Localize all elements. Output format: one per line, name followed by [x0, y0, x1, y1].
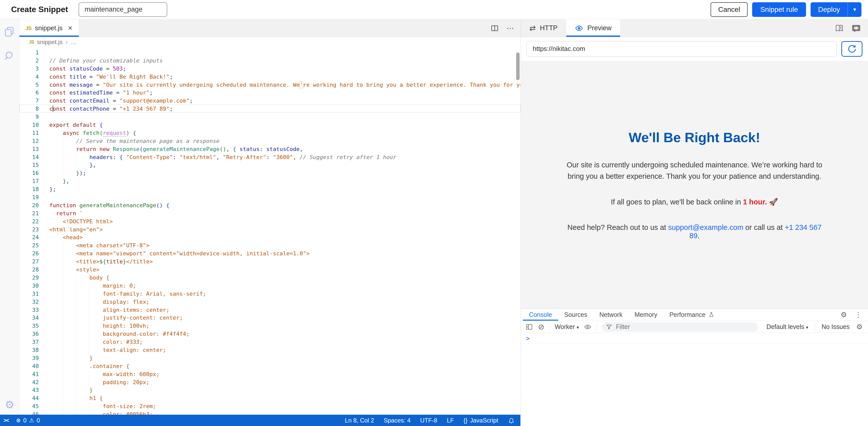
code-line-18[interactable]: 18}; — [20, 185, 521, 193]
remote-indicator[interactable]: >< — [0, 415, 13, 426]
split-editor-icon[interactable] — [490, 24, 499, 32]
console-prompt-row[interactable]: > — [521, 333, 868, 344]
deploy-button[interactable]: Deploy ▾ — [811, 2, 862, 17]
tab-preview[interactable]: Preview — [566, 20, 620, 37]
tab-performance[interactable]: Performance — [663, 309, 720, 321]
tab-http[interactable]: ⇄ HTTP — [521, 20, 566, 37]
issues-counter[interactable]: No Issues — [822, 323, 849, 331]
code-line-16[interactable]: 16 }); — [20, 169, 521, 177]
code-line-36[interactable]: 36 background-color: #f4f4f4; — [20, 330, 521, 338]
code-line-19[interactable]: 19 — [20, 193, 521, 201]
console-sidebar-icon[interactable] — [525, 323, 533, 331]
deploy-label[interactable]: Deploy — [811, 2, 847, 17]
code-line-20[interactable]: 20function generateMaintenancePage() { — [20, 201, 521, 209]
code-line-22[interactable]: 22 <!DOCTYPE html> — [20, 217, 521, 225]
code-line-13[interactable]: 13 return new Response(generateMaintenan… — [20, 145, 521, 153]
code-line-12[interactable]: 12 // Serve the maintenance page as a re… — [20, 137, 521, 145]
indent-guide — [89, 306, 90, 314]
code-line-29[interactable]: 29 body { — [20, 274, 521, 282]
code-line-39[interactable]: 39 } — [20, 354, 521, 362]
breadcrumb-file[interactable]: snippet.js — [37, 38, 62, 46]
files-icon[interactable] — [4, 26, 16, 37]
code-line-15[interactable]: 15 }, — [20, 161, 521, 169]
code-line-40[interactable]: 40 .container { — [20, 362, 521, 370]
code-line-26[interactable]: 26 <meta name="viewport" content="width=… — [20, 249, 521, 257]
code-line-25[interactable]: 25 <meta charset="UTF-8"> — [20, 241, 521, 249]
code-line-11[interactable]: 11 async fetch(request) { — [20, 129, 521, 137]
console-filter[interactable] — [602, 322, 758, 332]
encoding[interactable]: UTF-8 — [420, 417, 437, 424]
line-content: body { — [50, 274, 520, 281]
code-line-21[interactable]: 21 return ` — [20, 209, 521, 217]
docs-book-icon[interactable] — [835, 24, 844, 33]
console-settings-icon[interactable]: ⚙ — [856, 323, 863, 331]
search-icon[interactable] — [4, 50, 16, 62]
code-line-27[interactable]: 27 <title>${title}</title> — [20, 257, 521, 265]
tab-memory[interactable]: Memory — [628, 309, 663, 321]
code-line-44[interactable]: 44 h1 { — [20, 394, 521, 402]
preview-header-actions — [835, 20, 868, 37]
code-line-8[interactable]: 8const contactPhone = "+1 234 567 89"; — [20, 105, 521, 113]
code-line-28[interactable]: 28 <style> — [20, 265, 521, 274]
more-actions-icon[interactable]: ⋯ — [506, 24, 514, 32]
tab-snippet-js[interactable]: JS snippet.js ✕ — [20, 20, 79, 37]
code-line-34[interactable]: 34 justify-content: center; — [20, 314, 521, 322]
log-levels-dropdown[interactable]: Default levels ▾ — [767, 323, 808, 331]
code-line-1[interactable]: 1 — [20, 48, 521, 56]
code-line-17[interactable]: 17 }, — [20, 177, 521, 185]
code-line-10[interactable]: 10export default { — [20, 121, 521, 129]
devtools-settings-icon[interactable]: ⚙ — [841, 311, 847, 319]
editor-scrollbar[interactable] — [516, 52, 520, 80]
kebab-menu-icon[interactable]: ⋮ — [855, 311, 862, 319]
snippet-rule-button[interactable]: Snippet rule — [752, 2, 806, 17]
code-line-23[interactable]: 23<html lang="en"> — [20, 225, 521, 233]
cancel-button[interactable]: Cancel — [711, 2, 748, 17]
code-line-5[interactable]: 5const message = "Our site is currently … — [20, 81, 521, 89]
code-line-45[interactable]: 45 font-size: 2rem; — [20, 402, 521, 410]
code-line-3[interactable]: 3const statusCode = 503; — [20, 64, 521, 73]
code-line-33[interactable]: 33 align-items: center; — [20, 306, 521, 314]
code-line-41[interactable]: 41 max-width: 600px; — [20, 370, 521, 378]
snippet-name-input[interactable] — [79, 2, 167, 17]
code-line-6[interactable]: 6const estimatedTime = "1 hour"; — [20, 88, 521, 96]
filter-input[interactable] — [615, 323, 754, 331]
breadcrumb[interactable]: JS snippet.js › … — [20, 37, 521, 47]
eol-type[interactable]: LF — [447, 417, 454, 424]
bell-icon[interactable] — [508, 417, 515, 424]
chevron-down-icon[interactable]: ▾ — [848, 2, 862, 17]
tab-network[interactable]: Network — [593, 309, 628, 321]
code-line-4[interactable]: 4const title = "We'll Be Right Back!"; — [20, 73, 521, 81]
code-line-43[interactable]: 43 } — [20, 386, 521, 394]
clear-console-icon[interactable]: ⊘ — [538, 323, 544, 331]
refresh-button[interactable] — [841, 41, 863, 57]
code-area[interactable]: 12// Define your customizable inputs3con… — [20, 47, 521, 415]
url-input[interactable] — [526, 41, 837, 57]
tab-console[interactable]: Console — [523, 309, 558, 321]
code-line-14[interactable]: 14 headers: { "Content-Type": "text/html… — [20, 153, 521, 161]
code-line-2[interactable]: 2// Define your customizable inputs — [20, 56, 521, 64]
cursor-position[interactable]: Ln 8, Col 2 — [345, 417, 374, 424]
tab-sources[interactable]: Sources — [558, 309, 593, 321]
discord-icon[interactable] — [851, 24, 861, 33]
code-line-31[interactable]: 31 font-family: Arial, sans-serif; — [20, 290, 521, 298]
context-selector[interactable]: Worker ▾ — [555, 323, 579, 331]
close-icon[interactable]: ✕ — [68, 25, 73, 32]
code-line-46[interactable]: 46 color: #0056b3; — [20, 410, 521, 415]
code-line-38[interactable]: 38 text-align: center; — [20, 346, 521, 354]
code-line-32[interactable]: 32 display: flex; — [20, 298, 521, 306]
problems-indicator[interactable]: ⊗ 0 ⚠ 0 — [13, 415, 43, 426]
code-line-7[interactable]: 7const contactEmail = "support@example.c… — [20, 96, 521, 105]
support-email-link[interactable]: support@example.com — [668, 223, 743, 231]
breadcrumb-more[interactable]: … — [70, 38, 76, 46]
code-line-30[interactable]: 30 margin: 0; — [20, 282, 521, 290]
indentation[interactable]: Spaces: 4 — [383, 417, 410, 424]
code-line-42[interactable]: 42 padding: 20px; — [20, 378, 521, 386]
settings-gear-icon[interactable]: ⚙ — [5, 400, 14, 410]
code-line-24[interactable]: 24 <head> — [20, 233, 521, 241]
language-mode[interactable]: {} JavaScript — [463, 417, 498, 424]
code-line-35[interactable]: 35 height: 100vh; — [20, 322, 521, 330]
line-number: 19 — [20, 193, 50, 201]
live-expression-eye-icon[interactable] — [584, 323, 591, 331]
code-line-37[interactable]: 37 color: #333; — [20, 338, 521, 346]
code-line-9[interactable]: 9 — [20, 113, 521, 121]
